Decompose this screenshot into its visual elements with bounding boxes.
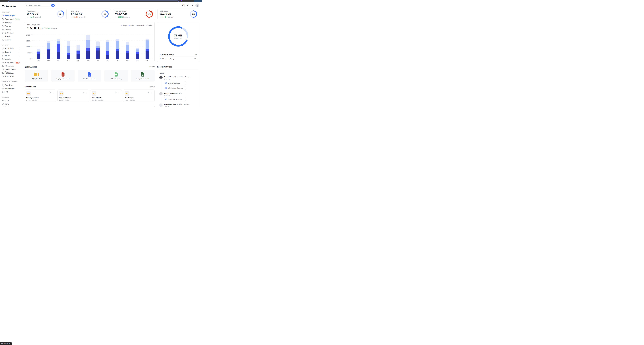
sidebar-item-file-manager[interactable]: File Manager [1,64,20,68]
legend-item-documents[interactable]: Documents [136,24,144,26]
bell-button[interactable] [181,4,184,7]
sidebar-item-flight-booking[interactable]: Flight Booking [1,87,20,90]
activity-action: uploaded a new file [176,104,189,105]
star-icon[interactable] [49,91,52,94]
legend-item-musics[interactable]: Musics [146,24,152,26]
star-icon[interactable] [115,91,117,94]
bar-segment-image [126,53,129,59]
bar-column-jul[interactable] [93,33,103,59]
search-input[interactable]: ⌘K [24,4,55,7]
file-chip[interactable]: brief-feature-chats.png [164,86,186,90]
bar-column-jun[interactable] [83,33,93,59]
activity-user: Denny Albuz [164,76,173,78]
sidebar-item-event-calendar[interactable]: Event Calendar [1,68,20,71]
sidebar-item-support[interactable]: Support [1,38,20,42]
bar-column-aug[interactable] [103,33,113,59]
bar-column-mar[interactable] [54,33,63,59]
chevron-right-icon[interactable] [18,52,20,53]
bar-column-apr[interactable] [63,33,73,59]
browser-chrome [0,0,202,2]
file-chip[interactable]: Untitled photo.jpg [164,81,186,85]
main-area: ⌘K Total Images 36,476 GB +32.40% last m… [22,2,202,107]
chevron-right-icon[interactable] [18,55,20,56]
recent-files-view-all-link[interactable]: View all [150,86,154,87]
recent-file-card-employee-sheets[interactable]: Employee Sheets 2.4 GB • 135 files [24,90,56,102]
bar-column-sep[interactable] [113,33,122,59]
quick-access-view-all-link[interactable]: View all [150,66,154,68]
sidebar-item-roles-permissions[interactable]: Roles & Permissions [1,71,20,75]
sidebar-item-appointment[interactable]: AppointmentNew [1,61,20,64]
sidebar-item-analytics[interactable]: Analytics [1,35,20,38]
activity-entry-monty-prismic: Monty Prismic edited a file 01:28 PM Sar… [159,92,197,104]
folder-icon [26,91,31,96]
sidebar-item-charts[interactable]: Charts [1,106,20,107]
sidebar-item-e-commerce[interactable]: E-Commerce [1,31,20,35]
sidebar-item-e-commerce[interactable]: E-Commerce [1,47,20,50]
stat-card-total-videos: Total Videos 53,406 GB -18.45% last mont… [69,9,111,19]
chevron-right-icon[interactable] [18,48,20,49]
gear-button[interactable] [190,4,194,7]
recent-file-card-data-prints[interactable]: Data & Prints 528 MB • 122 files [90,90,122,102]
star-icon[interactable] [148,91,150,94]
gauge-row-dot [160,54,161,55]
bar-column-jan[interactable] [34,33,44,59]
quick-access-title: Quick Access [24,66,37,68]
sidebar-item-appointment[interactable]: AppointmentUPD [1,18,20,21]
recent-file-size: 1.8 GB [59,99,63,101]
dollar-circle-icon [2,25,4,27]
kebab-menu-icon[interactable] [150,91,153,94]
y-axis-tick-label: 12,000GB [26,46,32,48]
sidebar-item-label: Financial [5,25,11,27]
meta-separator: • [97,99,98,101]
kebab-menu-icon[interactable] [85,91,87,94]
sidebar-item-executive[interactable]: Executive [1,21,20,24]
sidebar-item-invoice[interactable]: Invoice [1,54,20,57]
bar-segment-documents [136,50,139,52]
stat-percent-label: 32% [59,13,62,15]
quick-access-card-employee-history-pdf[interactable]: Employee history.pdf [51,70,75,82]
quick-access-card-salary-statement-xls[interactable]: Salary Statement.xls [131,70,154,82]
chevron-right-icon[interactable] [18,58,20,60]
file-chip[interactable]: Saraly statement.doc [164,97,186,101]
legend-item-video[interactable]: Video [129,24,134,26]
quick-access-card-office-setup-img[interactable]: Office Setup.img [104,70,128,82]
stat-card-total-documents: Total Documents 90,875 GB +20.34% last m… [113,9,155,19]
bar-segment-image [37,54,40,59]
stat-period: last month [35,16,41,18]
quick-access-card-final-changes-doc[interactable]: Final Changes.doc [78,70,101,82]
sidebar-item-point-of-sale[interactable]: Point Of Sale [1,75,20,78]
chart-bars [34,33,152,59]
bar-column-feb[interactable] [44,33,54,59]
bar-segment-musics [57,39,60,41]
messages-button[interactable] [186,4,189,7]
sidebar-item-financial[interactable]: Financial [1,24,20,28]
sidebar-item-nft[interactable]: NFT [1,90,20,94]
sidebar-item-logistics[interactable]: Logistics [1,57,20,61]
x-axis-tick-label: Nov [132,60,142,61]
star-icon[interactable] [82,91,84,94]
quick-access-grid: Employee Sheet Employee history.pdf Fina… [24,70,154,82]
pdf-file-icon [61,72,65,77]
user-avatar[interactable] [196,4,199,7]
quick-access-card-employee-sheet[interactable]: Employee Sheet [24,70,48,82]
sidebar-item-label: Invoice [5,55,10,56]
search-field[interactable] [28,4,50,6]
sidebar-item-support[interactable]: Support [1,50,20,54]
sidebar-item-real-estate[interactable]: Real Estate [1,83,20,87]
sidebar-item-cards[interactable]: Cards [1,99,20,102]
bar-column-nov[interactable] [132,33,142,59]
bar-column-may[interactable] [73,33,83,59]
bar-column-oct[interactable] [122,33,132,59]
legend-item-image[interactable]: Image [122,24,127,26]
recent-file-card-raw-images[interactable]: Raw Images 8 GB • 900 files [123,90,154,102]
sidebar-item-icons[interactable]: Icons [1,102,20,106]
recent-file-card-personal-assets[interactable]: Personal Assets 1.8 GB • 40 files [58,90,89,102]
activity-entry-denny-albuz: Denny Albuz added new file in Photos 09:… [159,76,197,92]
kebab-menu-icon[interactable] [118,91,120,94]
brand[interactable]: isomorphic [0,4,21,8]
kebab-menu-icon[interactable] [52,91,54,94]
bar-column-dec[interactable] [142,33,152,59]
sidebar-item-file-manager[interactable]: File Manager [1,14,20,18]
legend-dot [122,25,122,26]
sidebar-item-logistics[interactable]: Logistics [1,28,20,31]
